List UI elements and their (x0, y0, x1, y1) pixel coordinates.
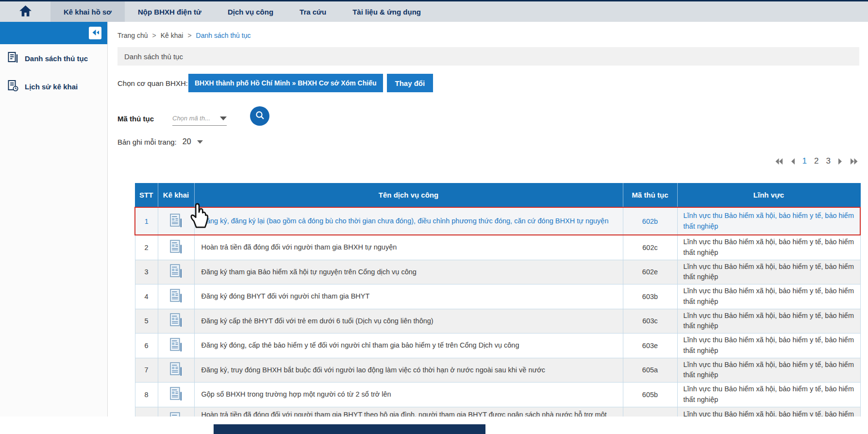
per-page-value[interactable]: 20 (183, 137, 191, 146)
header-stt: STT (135, 183, 158, 207)
procedure-code-placeholder: Chọn mã th... (172, 115, 210, 122)
breadcrumb-separator: > (152, 32, 156, 39)
service-field: Lĩnh vực thu Bảo hiểm xã hội, bảo hiểm y… (677, 235, 860, 260)
sidebar-header (0, 22, 107, 44)
table-row[interactable]: 4 Đăng ký đóng BHYT đối với người chỉ th… (135, 284, 860, 309)
table-row[interactable]: 5 Đăng ký cấp thẻ BHYT đối với trẻ em dư… (135, 309, 860, 334)
double-chevron-left-icon (91, 29, 100, 37)
table-header-row: STT Kê khai Tên dịch vụ công Mã thủ tục … (135, 183, 860, 207)
top-navigation: Kê khai hồ sơ Nộp BHXH điện tử Dịch vụ c… (0, 0, 868, 22)
declare-button[interactable] (158, 260, 194, 284)
main-content: Trang chủ > Kê khai > Danh sách thủ tục … (108, 22, 868, 434)
procedure-code: 602c (623, 235, 677, 260)
service-name-link[interactable]: Đăng ký, đăng ký lại (bao gồm cả đóng bù… (194, 207, 623, 235)
row-stt: 2 (135, 235, 158, 260)
tab-nop-bhxh-dien-tu[interactable]: Nộp BHXH điện tử (125, 1, 215, 22)
declare-doc-icon (169, 248, 183, 256)
sidebar-item-label: Lịch sử kê khai (25, 83, 78, 91)
tab-tai-lieu-ung-dung[interactable]: Tài liệu & ứng dụng (339, 1, 434, 22)
table-row-selected[interactable]: 1 Đăng ký, đăng ký lại (bao gồm cả đóng … (135, 207, 860, 235)
change-org-button[interactable]: Thay đổi (387, 74, 434, 92)
page-number-3[interactable]: 3 (826, 156, 831, 166)
procedures-table: STT Kê khai Tên dịch vụ công Mã thủ tục … (134, 183, 861, 433)
declare-button[interactable] (158, 309, 194, 334)
page-number-2[interactable]: 2 (814, 156, 818, 166)
row-stt: 5 (135, 309, 158, 334)
next-page-button[interactable] (838, 158, 843, 165)
sidebar-collapse-button[interactable] (89, 27, 101, 39)
sidebar-item-lich-su-ke-khai[interactable]: Lịch sử kê khai (0, 72, 107, 100)
declare-doc-icon (169, 222, 183, 230)
breadcrumb: Trang chủ > Kê khai > Danh sách thủ tục (108, 22, 868, 39)
procedure-code: 605b (623, 383, 677, 407)
service-field: Lĩnh vực thu Bảo hiểm xã hội, bảo hiểm y… (677, 309, 860, 334)
first-page-button[interactable] (775, 158, 783, 165)
document-list-icon (7, 51, 18, 65)
home-icon (19, 5, 32, 19)
table-row[interactable]: 6 Đăng ký đóng, cấp thẻ bảo hiểm y tế đố… (135, 334, 860, 358)
breadcrumb-ke-khai[interactable]: Kê khai (161, 32, 184, 39)
row-stt: 1 (135, 207, 158, 235)
table-row[interactable]: 8 Gộp sổ BHXH trong trường hợp một người… (135, 383, 860, 407)
service-name[interactable]: Đăng ký, truy đóng BHXH bắt buộc đối với… (194, 358, 623, 383)
declare-doc-icon (169, 321, 183, 329)
table-row[interactable]: 2 Hoàn trả tiền đã đóng đối với người th… (135, 235, 860, 260)
declare-doc-icon (169, 370, 183, 378)
declare-doc-icon (169, 395, 183, 403)
declare-button[interactable] (158, 235, 194, 260)
service-name[interactable]: Đăng ký tham gia Bảo hiểm xã hội tự nguy… (194, 260, 623, 284)
service-field[interactable]: Lĩnh vực thu Bảo hiểm xã hội, bảo hiểm y… (677, 207, 860, 235)
procedure-code-select[interactable]: Chọn mã th... (172, 115, 227, 126)
declare-doc-icon (169, 297, 183, 305)
row-stt: 6 (135, 334, 158, 358)
procedure-code: 602e (623, 260, 677, 284)
service-field: Lĩnh vực thu Bảo hiểm xã hội, bảo hiểm y… (677, 334, 860, 358)
service-field: Lĩnh vực thu Bảo hiểm xã hội, bảo hiểm y… (677, 358, 860, 383)
search-button[interactable] (250, 106, 269, 126)
declare-button[interactable] (158, 358, 194, 383)
procedure-code[interactable]: 602b (623, 207, 677, 235)
header-ma-thu-tuc: Mã thủ tục (623, 183, 677, 207)
prev-page-button[interactable] (790, 158, 795, 165)
row-stt: 3 (135, 260, 158, 284)
declare-button[interactable] (158, 284, 194, 309)
service-field: Lĩnh vực thu Bảo hiểm xã hội, bảo hiểm y… (677, 260, 860, 284)
table-row[interactable]: 3 Đăng ký tham gia Bảo hiểm xã hội tự ng… (135, 260, 860, 284)
row-stt: 7 (135, 358, 158, 383)
sidebar-item-danh-sach-thu-tuc[interactable]: Danh sách thủ tục (0, 44, 107, 72)
declare-button[interactable] (158, 383, 194, 407)
declare-doc-icon (169, 272, 183, 280)
org-selector-label: Chọn cơ quan BHXH: (117, 79, 188, 87)
row-stt: 4 (135, 284, 158, 309)
procedure-code: 603e (623, 334, 677, 358)
org-selected-value[interactable]: BHXH thành phố Hồ Chí Minh » BHXH Cơ sở … (188, 74, 383, 92)
service-name[interactable]: Đăng ký đóng BHYT đối với người chỉ tham… (194, 284, 623, 309)
table-row[interactable]: 7 Đăng ký, truy đóng BHXH bắt buộc đối v… (135, 358, 860, 383)
last-page-button[interactable] (850, 158, 858, 165)
service-name[interactable]: Đăng ký cấp thẻ BHYT đối với trẻ em dưới… (194, 309, 623, 334)
app-screen: Kê khai hồ sơ Nộp BHXH điện tử Dịch vụ c… (0, 0, 868, 434)
service-name[interactable]: Gộp sổ BHXH trong trường hợp một người c… (194, 383, 623, 407)
home-button[interactable] (0, 1, 50, 22)
procedure-code-label: Mã thủ tục (117, 115, 154, 126)
chevron-down-icon[interactable] (197, 140, 203, 144)
declare-button[interactable] (158, 207, 194, 235)
tab-tra-cuu[interactable]: Tra cứu (286, 1, 339, 22)
service-field: Lĩnh vực thu Bảo hiểm xã hội, bảo hiểm y… (677, 383, 860, 407)
org-selector-row: Chọn cơ quan BHXH: BHXH thành phố Hồ Chí… (117, 74, 868, 92)
tab-ke-khai-ho-so[interactable]: Kê khai hồ sơ (50, 1, 125, 22)
declare-button[interactable] (158, 334, 194, 358)
search-icon (255, 111, 265, 121)
procedure-code: 603b (623, 284, 677, 309)
footer-bar (214, 424, 485, 434)
header-ke-khai: Kê khai (158, 183, 194, 207)
tab-dich-vu-cong[interactable]: Dịch vụ công (215, 1, 286, 22)
row-stt: 8 (135, 383, 158, 407)
per-page-label: Bản ghi mỗi trang: (117, 138, 177, 146)
service-name[interactable]: Đăng ký đóng, cấp thẻ bảo hiểm y tế đối … (194, 334, 623, 358)
breadcrumb-trang-chu[interactable]: Trang chủ (117, 32, 148, 39)
header-ten-dich-vu-cong: Tên dịch vụ công (194, 183, 623, 207)
page-number-1[interactable]: 1 (802, 156, 807, 166)
service-name[interactable]: Hoàn trả tiền đã đóng đối với người tham… (194, 235, 623, 260)
procedure-code: 603c (623, 309, 677, 334)
